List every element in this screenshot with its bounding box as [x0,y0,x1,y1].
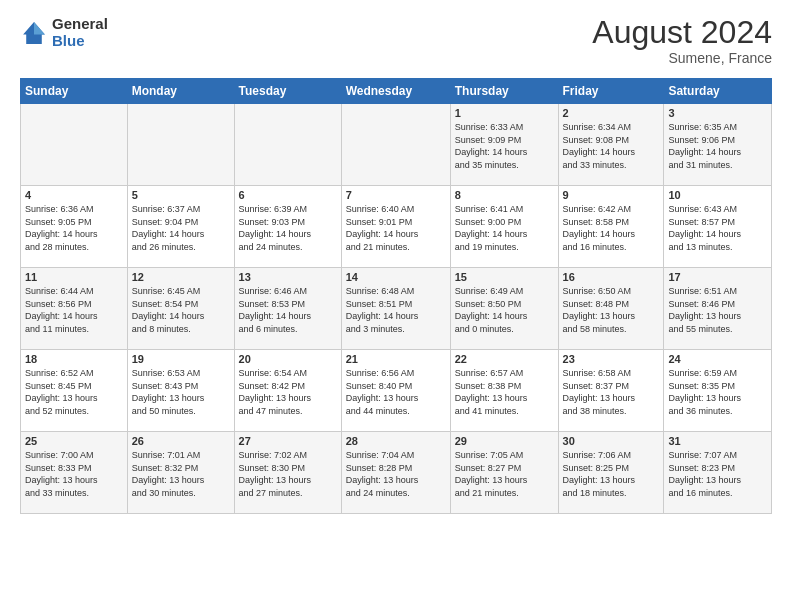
calendar-cell: 12Sunrise: 6:45 AM Sunset: 8:54 PM Dayli… [127,268,234,350]
day-number: 21 [346,353,446,365]
day-info: Sunrise: 6:58 AM Sunset: 8:37 PM Dayligh… [563,367,660,417]
day-info: Sunrise: 6:46 AM Sunset: 8:53 PM Dayligh… [239,285,337,335]
calendar-cell [21,104,128,186]
day-info: Sunrise: 6:48 AM Sunset: 8:51 PM Dayligh… [346,285,446,335]
day-number: 8 [455,189,554,201]
calendar-cell: 4Sunrise: 6:36 AM Sunset: 9:05 PM Daylig… [21,186,128,268]
calendar-cell [341,104,450,186]
day-number: 20 [239,353,337,365]
week-row-5: 25Sunrise: 7:00 AM Sunset: 8:33 PM Dayli… [21,432,772,514]
calendar-cell: 26Sunrise: 7:01 AM Sunset: 8:32 PM Dayli… [127,432,234,514]
day-number: 26 [132,435,230,447]
calendar-header: SundayMondayTuesdayWednesdayThursdayFrid… [21,79,772,104]
day-info: Sunrise: 6:40 AM Sunset: 9:01 PM Dayligh… [346,203,446,253]
day-number: 7 [346,189,446,201]
calendar-cell: 16Sunrise: 6:50 AM Sunset: 8:48 PM Dayli… [558,268,664,350]
day-info: Sunrise: 6:43 AM Sunset: 8:57 PM Dayligh… [668,203,767,253]
title-section: August 2024 Sumene, France [592,16,772,66]
calendar-cell: 6Sunrise: 6:39 AM Sunset: 9:03 PM Daylig… [234,186,341,268]
day-info: Sunrise: 6:37 AM Sunset: 9:04 PM Dayligh… [132,203,230,253]
day-info: Sunrise: 6:39 AM Sunset: 9:03 PM Dayligh… [239,203,337,253]
logo-blue: Blue [52,33,108,50]
calendar-cell: 27Sunrise: 7:02 AM Sunset: 8:30 PM Dayli… [234,432,341,514]
day-number: 19 [132,353,230,365]
logo: General Blue [20,16,108,49]
day-info: Sunrise: 6:52 AM Sunset: 8:45 PM Dayligh… [25,367,123,417]
day-number: 24 [668,353,767,365]
calendar-cell: 5Sunrise: 6:37 AM Sunset: 9:04 PM Daylig… [127,186,234,268]
calendar-cell: 17Sunrise: 6:51 AM Sunset: 8:46 PM Dayli… [664,268,772,350]
day-info: Sunrise: 6:33 AM Sunset: 9:09 PM Dayligh… [455,121,554,171]
day-number: 11 [25,271,123,283]
day-number: 30 [563,435,660,447]
day-number: 12 [132,271,230,283]
day-info: Sunrise: 6:50 AM Sunset: 8:48 PM Dayligh… [563,285,660,335]
day-number: 15 [455,271,554,283]
day-number: 14 [346,271,446,283]
day-info: Sunrise: 7:00 AM Sunset: 8:33 PM Dayligh… [25,449,123,499]
calendar-cell [234,104,341,186]
logo-text: General Blue [52,16,108,49]
day-number: 4 [25,189,123,201]
svg-marker-1 [34,22,45,34]
header-day-sunday: Sunday [21,79,128,104]
calendar-cell: 21Sunrise: 6:56 AM Sunset: 8:40 PM Dayli… [341,350,450,432]
day-number: 16 [563,271,660,283]
calendar-cell: 3Sunrise: 6:35 AM Sunset: 9:06 PM Daylig… [664,104,772,186]
day-info: Sunrise: 7:05 AM Sunset: 8:27 PM Dayligh… [455,449,554,499]
calendar-cell: 28Sunrise: 7:04 AM Sunset: 8:28 PM Dayli… [341,432,450,514]
calendar-cell: 9Sunrise: 6:42 AM Sunset: 8:58 PM Daylig… [558,186,664,268]
header: General Blue August 2024 Sumene, France [20,16,772,66]
day-number: 1 [455,107,554,119]
day-info: Sunrise: 6:49 AM Sunset: 8:50 PM Dayligh… [455,285,554,335]
header-day-friday: Friday [558,79,664,104]
calendar-cell: 1Sunrise: 6:33 AM Sunset: 9:09 PM Daylig… [450,104,558,186]
day-info: Sunrise: 6:34 AM Sunset: 9:08 PM Dayligh… [563,121,660,171]
header-day-tuesday: Tuesday [234,79,341,104]
month-title: August 2024 [592,16,772,48]
day-info: Sunrise: 6:41 AM Sunset: 9:00 PM Dayligh… [455,203,554,253]
calendar-cell: 8Sunrise: 6:41 AM Sunset: 9:00 PM Daylig… [450,186,558,268]
day-info: Sunrise: 6:42 AM Sunset: 8:58 PM Dayligh… [563,203,660,253]
logo-icon [20,19,48,47]
calendar-cell: 23Sunrise: 6:58 AM Sunset: 8:37 PM Dayli… [558,350,664,432]
day-info: Sunrise: 6:59 AM Sunset: 8:35 PM Dayligh… [668,367,767,417]
header-day-wednesday: Wednesday [341,79,450,104]
calendar-cell: 7Sunrise: 6:40 AM Sunset: 9:01 PM Daylig… [341,186,450,268]
day-info: Sunrise: 6:36 AM Sunset: 9:05 PM Dayligh… [25,203,123,253]
location: Sumene, France [592,50,772,66]
day-info: Sunrise: 6:45 AM Sunset: 8:54 PM Dayligh… [132,285,230,335]
day-info: Sunrise: 6:54 AM Sunset: 8:42 PM Dayligh… [239,367,337,417]
week-row-2: 4Sunrise: 6:36 AM Sunset: 9:05 PM Daylig… [21,186,772,268]
calendar-cell: 11Sunrise: 6:44 AM Sunset: 8:56 PM Dayli… [21,268,128,350]
day-number: 18 [25,353,123,365]
week-row-1: 1Sunrise: 6:33 AM Sunset: 9:09 PM Daylig… [21,104,772,186]
calendar-cell: 20Sunrise: 6:54 AM Sunset: 8:42 PM Dayli… [234,350,341,432]
header-day-saturday: Saturday [664,79,772,104]
page-container: General Blue August 2024 Sumene, France … [0,0,792,526]
day-info: Sunrise: 7:06 AM Sunset: 8:25 PM Dayligh… [563,449,660,499]
day-number: 5 [132,189,230,201]
week-row-4: 18Sunrise: 6:52 AM Sunset: 8:45 PM Dayli… [21,350,772,432]
header-row: SundayMondayTuesdayWednesdayThursdayFrid… [21,79,772,104]
day-number: 23 [563,353,660,365]
calendar-cell: 10Sunrise: 6:43 AM Sunset: 8:57 PM Dayli… [664,186,772,268]
calendar-cell: 25Sunrise: 7:00 AM Sunset: 8:33 PM Dayli… [21,432,128,514]
calendar-body: 1Sunrise: 6:33 AM Sunset: 9:09 PM Daylig… [21,104,772,514]
calendar-cell: 13Sunrise: 6:46 AM Sunset: 8:53 PM Dayli… [234,268,341,350]
calendar-cell: 29Sunrise: 7:05 AM Sunset: 8:27 PM Dayli… [450,432,558,514]
day-info: Sunrise: 6:56 AM Sunset: 8:40 PM Dayligh… [346,367,446,417]
day-number: 2 [563,107,660,119]
day-number: 6 [239,189,337,201]
calendar-table: SundayMondayTuesdayWednesdayThursdayFrid… [20,78,772,514]
day-number: 9 [563,189,660,201]
day-number: 13 [239,271,337,283]
day-number: 31 [668,435,767,447]
day-number: 29 [455,435,554,447]
day-number: 25 [25,435,123,447]
calendar-cell: 15Sunrise: 6:49 AM Sunset: 8:50 PM Dayli… [450,268,558,350]
day-number: 17 [668,271,767,283]
day-info: Sunrise: 6:51 AM Sunset: 8:46 PM Dayligh… [668,285,767,335]
calendar-cell: 24Sunrise: 6:59 AM Sunset: 8:35 PM Dayli… [664,350,772,432]
day-info: Sunrise: 7:04 AM Sunset: 8:28 PM Dayligh… [346,449,446,499]
